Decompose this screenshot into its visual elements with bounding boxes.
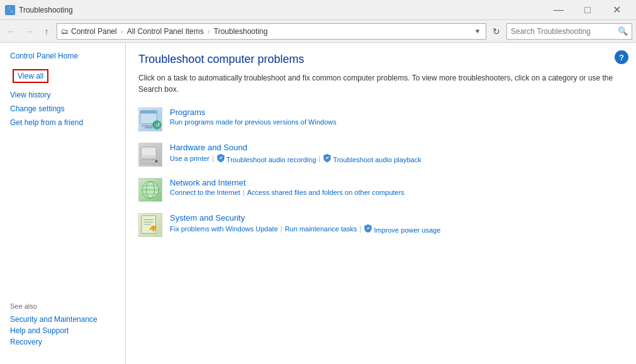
hardware-link-1[interactable]: Troubleshoot audio recording (216, 153, 316, 163)
sidebar-security-maintenance[interactable]: Security and Maintenance (10, 314, 115, 325)
security-info: System and SecurityFix problems with Win… (170, 213, 623, 234)
hardware-links: Use a printer | Troubleshoot audio recor… (170, 153, 623, 163)
help-icon[interactable]: ? (615, 50, 628, 64)
category-network: Network and InternetConnect to the Inter… (138, 178, 623, 202)
link-separator: | (243, 189, 245, 196)
address-dropdown-icon[interactable]: ▼ (474, 28, 481, 35)
hardware-icon (138, 143, 162, 167)
breadcrumb-all-items[interactable]: All Control Panel Items (127, 27, 204, 36)
app-icon: 🔧 (5, 5, 15, 15)
shield-icon (364, 224, 372, 233)
breadcrumb-troubleshooting[interactable]: Troubleshooting (214, 27, 268, 36)
network-info: Network and InternetConnect to the Inter… (170, 178, 623, 196)
category-programs: ↺ ProgramsRun programs made for previous… (138, 108, 623, 131)
see-also-label: See also (10, 302, 115, 310)
svg-rect-9 (147, 159, 150, 160)
hardware-info: Hardware and SoundUse a printer | Troubl… (170, 143, 623, 163)
window-title: Troubleshooting (19, 6, 73, 14)
main-layout: Control Panel Home View all View history… (0, 43, 636, 364)
title-bar-left: 🔧 Troubleshooting (5, 5, 73, 15)
hardware-name-link[interactable]: Hardware and Sound (170, 143, 247, 152)
hardware-link-2[interactable]: Troubleshoot audio playback (323, 153, 421, 163)
back-button[interactable]: ← (4, 24, 19, 39)
svg-rect-3 (145, 126, 152, 128)
close-button[interactable]: ✕ (602, 0, 631, 20)
link-separator: | (212, 155, 214, 162)
network-icon (138, 178, 162, 202)
refresh-button[interactable]: ↻ (489, 24, 504, 39)
security-link-2[interactable]: Improve power usage (364, 224, 440, 234)
search-icon[interactable]: 🔍 (618, 26, 628, 36)
link-separator: | (360, 225, 362, 233)
programs-name-link[interactable]: Programs (170, 108, 205, 117)
address-box[interactable]: 🗂 Control Panel › All Control Panel Item… (57, 23, 486, 40)
sidebar-help-support[interactable]: Help and Support (10, 325, 115, 336)
breadcrumb-control-panel[interactable]: Control Panel (71, 27, 117, 36)
page-title: Troubleshoot computer problems (138, 53, 623, 66)
security-name-link[interactable]: System and Security (170, 213, 245, 223)
search-input[interactable] (511, 27, 615, 36)
hardware-link-0[interactable]: Use a printer (170, 155, 209, 162)
programs-links: Run programs made for previous versions … (170, 118, 623, 126)
up-button[interactable]: ↑ (39, 24, 54, 39)
content-area: ? Troubleshoot computer problems Click o… (126, 43, 636, 364)
category-security: System and SecurityFix problems with Win… (138, 213, 623, 237)
security-link-1[interactable]: Run maintenance tasks (285, 225, 357, 233)
svg-text:↺: ↺ (155, 121, 160, 128)
svg-point-10 (155, 160, 158, 163)
network-link-1[interactable]: Access shared files and folders on other… (247, 189, 404, 196)
address-icon: 🗂 (61, 27, 69, 36)
svg-rect-7 (142, 148, 155, 155)
address-bar: ← → ↑ 🗂 Control Panel › All Control Pane… (0, 20, 636, 43)
security-links: Fix problems with Windows Update | Run m… (170, 224, 623, 234)
search-box[interactable]: 🔍 (506, 23, 632, 40)
sidebar-control-panel-home[interactable]: Control Panel Home (0, 49, 125, 63)
sidebar-recovery[interactable]: Recovery (10, 336, 115, 348)
programs-info: ProgramsRun programs made for previous v… (170, 108, 623, 126)
title-bar: 🔧 Troubleshooting — □ ✕ (0, 0, 636, 20)
sidebar: Control Panel Home View all View history… (0, 43, 126, 364)
programs-link-0[interactable]: Run programs made for previous versions … (170, 118, 337, 126)
link-separator: | (281, 225, 282, 233)
security-icon (138, 213, 162, 237)
sidebar-change-settings[interactable]: Change settings (0, 102, 125, 116)
network-links: Connect to the Internet | Access shared … (170, 189, 623, 196)
sidebar-bottom: See also Security and Maintenance Help a… (0, 296, 125, 358)
window-controls: — □ ✕ (544, 0, 631, 20)
sidebar-get-help[interactable]: Get help from a friend (0, 116, 125, 130)
shield-icon (216, 153, 225, 162)
sep2: › (208, 27, 210, 36)
programs-icon: ↺ (138, 108, 162, 131)
shield-icon (323, 153, 332, 162)
category-list: ↺ ProgramsRun programs made for previous… (138, 108, 623, 237)
network-link-0[interactable]: Connect to the Internet (170, 189, 240, 196)
forward-button[interactable]: → (21, 24, 36, 39)
category-hardware: Hardware and SoundUse a printer | Troubl… (138, 143, 623, 167)
svg-rect-8 (141, 160, 157, 163)
restore-button[interactable]: □ (573, 0, 602, 20)
sidebar-view-history[interactable]: View history (0, 88, 125, 102)
sidebar-view-all[interactable]: View all (13, 69, 48, 83)
sidebar-top: Control Panel Home View all View history… (0, 49, 125, 130)
minimize-button[interactable]: — (544, 0, 573, 20)
security-link-0[interactable]: Fix problems with Windows Update (170, 225, 278, 233)
network-name-link[interactable]: Network and Internet (170, 178, 246, 187)
svg-rect-1 (140, 111, 157, 114)
link-separator: | (319, 155, 321, 162)
sep1: › (121, 27, 123, 36)
page-description: Click on a task to automatically trouble… (138, 72, 623, 95)
